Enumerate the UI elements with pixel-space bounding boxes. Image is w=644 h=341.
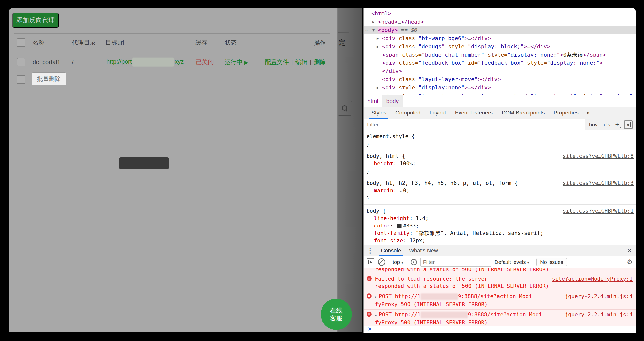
code-token: "layui-layer1" bbox=[530, 93, 576, 95]
code-token: id bbox=[464, 60, 474, 66]
console-settings-gear-icon[interactable]: ⚙ bbox=[627, 258, 632, 266]
status-toggle[interactable]: 运行中 ▶ bbox=[225, 58, 248, 66]
error-icon: ✕ bbox=[366, 312, 372, 317]
message-expander-icon[interactable]: ▸ bbox=[375, 295, 377, 299]
styles-filter-input[interactable] bbox=[364, 119, 584, 130]
row-checkbox[interactable] bbox=[17, 58, 25, 67]
css-rule[interactable]: element.style {} bbox=[364, 130, 636, 150]
css-property[interactable]: color: #333; bbox=[366, 222, 632, 229]
expander-closed-icon[interactable]: ▸ bbox=[372, 18, 375, 26]
css-property[interactable]: line-height: 1.4; bbox=[366, 215, 632, 222]
header-name: 名称 bbox=[32, 39, 44, 47]
delete-link[interactable]: 删除 bbox=[314, 59, 326, 66]
batch-select-checkbox[interactable] bbox=[17, 75, 25, 84]
property-expander-icon[interactable]: ▸ bbox=[400, 189, 403, 193]
elements-tree-row[interactable]: <span class="badge chat-number" style="d… bbox=[364, 51, 636, 59]
message-source-link[interactable]: site?action=ModifyProxy:1 bbox=[552, 275, 632, 282]
message-source-link[interactable]: jquery-2.2.4.min.js:4 bbox=[565, 311, 632, 318]
tab-layout[interactable]: Layout bbox=[425, 107, 450, 119]
css-source-link[interactable]: site.css?ve…GHBPWLlb:8 bbox=[563, 152, 634, 160]
code-token: = bbox=[474, 60, 478, 66]
config-file-link[interactable]: 配置文件 bbox=[265, 59, 289, 66]
console-message[interactable]: ✕jquery-2.2.4.min.js:4▸POST http://19:88… bbox=[364, 310, 636, 326]
elements-tree-row[interactable]: ⋯▾<body> == $0 bbox=[364, 26, 636, 34]
proxy-dir: / bbox=[72, 59, 74, 66]
log-levels-selector[interactable]: Default levels ▾ bbox=[494, 259, 529, 265]
cache-toggle-link[interactable]: 已关闭 bbox=[196, 58, 214, 66]
tab-console[interactable]: Console bbox=[377, 245, 405, 256]
clear-console-icon[interactable] bbox=[378, 258, 386, 266]
css-source-link[interactable]: site.css?ve…GHBPWLlb:3 bbox=[563, 179, 634, 187]
code-token: <span bbox=[382, 52, 398, 58]
console-filter-input[interactable] bbox=[420, 258, 491, 267]
console-toolbar: ▶ top ▾ Default levels ▾ No Issues ⚙ bbox=[364, 256, 636, 268]
live-expression-eye-icon[interactable] bbox=[410, 259, 417, 265]
code-token: style bbox=[484, 52, 504, 58]
elements-tree-row[interactable]: <div class="layui-layer layui-layer-page… bbox=[364, 92, 636, 95]
frame-context-selector[interactable]: top ▾ bbox=[392, 259, 403, 265]
css-property[interactable]: font-family: "微软雅黑", Arial, Helvetica, s… bbox=[366, 229, 632, 237]
css-rule[interactable]: site.css?ve…GHBPWLlb:3body, h1, h2, h3, … bbox=[364, 177, 636, 205]
expander-closed-icon[interactable]: ▸ bbox=[377, 42, 379, 51]
elements-tree-row[interactable]: ▸<div class="bt-warp bge6">…</div> bbox=[364, 34, 636, 42]
message-text: http://1 bbox=[395, 293, 421, 299]
elements-tree-row[interactable]: ▸<head>…</head> bbox=[364, 18, 636, 26]
tab-event-listeners[interactable]: Event Listeners bbox=[450, 107, 497, 119]
css-property[interactable]: height: 100%; bbox=[366, 160, 632, 167]
elements-tree-row[interactable]: <html> bbox=[364, 10, 636, 18]
tab-properties[interactable]: Properties bbox=[549, 107, 583, 119]
breadcrumb-html[interactable]: html bbox=[364, 95, 382, 107]
elements-tree-row[interactable]: <div class="layui-layer-move"></div> bbox=[364, 75, 636, 83]
toggle-hover-state[interactable]: :hov bbox=[588, 122, 598, 128]
message-expander-icon[interactable]: ▸ bbox=[375, 313, 377, 317]
elements-tree-row[interactable]: ▸<div style="display:none">…</div> bbox=[364, 83, 636, 92]
kebab-menu-icon[interactable]: ⋮ bbox=[364, 245, 377, 256]
css-rule[interactable]: site.css?ve…GHBPWLlb:8body, html {height… bbox=[364, 150, 636, 177]
more-tabs-icon[interactable]: » bbox=[583, 107, 593, 119]
code-token: id bbox=[517, 93, 527, 95]
code-token: "badge chat-number" bbox=[422, 52, 484, 58]
header-proxy-dir: 代理目录 bbox=[72, 39, 96, 47]
message-source-link[interactable]: jquery-2.2.4.min.js:4 bbox=[565, 293, 632, 300]
expander-closed-icon[interactable]: ▸ bbox=[377, 34, 379, 42]
dock-sidebar-icon[interactable]: ◀ bbox=[624, 121, 632, 129]
select-all-checkbox[interactable] bbox=[17, 38, 25, 47]
batch-delete-button[interactable]: 批量删除 bbox=[32, 73, 66, 85]
edit-link[interactable]: 编辑 bbox=[296, 59, 307, 66]
console-message[interactable]: ✕site?action=ModifyProxy:1Failed to load… bbox=[364, 274, 636, 291]
code-token: </span> bbox=[583, 52, 606, 58]
tab-styles[interactable]: Styles bbox=[367, 107, 391, 119]
reverse-proxy-dialog: 添加反向代理 名称 代理目录 目标url 缓存 状态 操作 dc_portal1… bbox=[9, 8, 338, 332]
css-source-link[interactable]: site.css?ve…GHBPWLlb:1 bbox=[563, 207, 634, 215]
online-support-button[interactable]: 在线 客服 bbox=[321, 299, 352, 330]
elements-breadcrumb: html body bbox=[364, 95, 636, 107]
expander-closed-icon[interactable]: ▸ bbox=[377, 83, 379, 92]
tab-dom-breakpoints[interactable]: DOM Breakpoints bbox=[497, 107, 549, 119]
css-selector: element.style { bbox=[366, 133, 632, 140]
close-drawer-icon[interactable]: × bbox=[623, 245, 636, 256]
console-message[interactable]: ✕jquery-2.2.4.min.js:4▸POST http://19:88… bbox=[364, 291, 636, 310]
color-swatch[interactable] bbox=[397, 223, 402, 228]
no-issues-badge[interactable]: No Issues bbox=[536, 258, 567, 266]
toggle-element-classes[interactable]: .cls bbox=[602, 122, 610, 128]
tab-whats-new[interactable]: What's New bbox=[405, 245, 442, 256]
css-property[interactable]: font-size: 12px; bbox=[366, 237, 632, 244]
breadcrumb-body[interactable]: body bbox=[382, 95, 402, 107]
elements-tree-row[interactable]: <div class="feedback-box" id="feedback-b… bbox=[364, 59, 636, 67]
code-token: "z-index:" bbox=[600, 93, 632, 95]
expander-open-icon[interactable]: ▾ bbox=[372, 26, 375, 34]
new-style-rule-button[interactable]: + bbox=[615, 121, 619, 128]
css-property[interactable]: margin: ▸ 0; bbox=[366, 187, 632, 195]
css-rule[interactable]: site.css?ve…GHBPWLlb:1body {line-height:… bbox=[364, 205, 636, 245]
code-token: > bbox=[600, 60, 603, 66]
add-reverse-proxy-button[interactable]: 添加反向代理 bbox=[12, 13, 59, 28]
code-token: style bbox=[576, 93, 596, 95]
elements-tree-row[interactable]: </div> bbox=[364, 67, 636, 75]
tab-computed[interactable]: Computed bbox=[391, 107, 425, 119]
message-text: 500 (INTERNAL SERVER ERROR) bbox=[398, 301, 488, 307]
elements-tree-row[interactable]: ▸<div class="debugs" style="display: blo… bbox=[364, 42, 636, 51]
console-message[interactable]: responded with a status of 500 (INTERNAL… bbox=[364, 268, 636, 274]
console-prompt-row[interactable]: > bbox=[364, 326, 636, 333]
target-url-link[interactable]: http://portxyz bbox=[106, 58, 184, 67]
console-sidebar-toggle-icon[interactable]: ▶ bbox=[366, 258, 374, 266]
